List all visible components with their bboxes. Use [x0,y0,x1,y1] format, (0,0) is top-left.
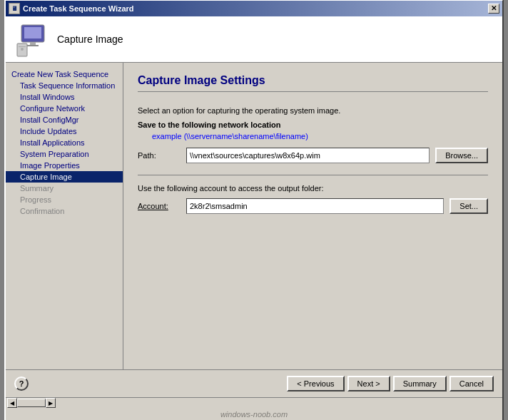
path-row: Path: Browse... [138,148,488,163]
sidebar-item-configure-network[interactable]: Configure Network [6,103,123,114]
example-label: example (\\servername\sharename\filename… [152,132,308,140]
sidebar-item-capture-image[interactable]: Capture Image [6,171,123,183]
summary-button[interactable]: Summary [393,376,447,391]
main-content: Create New Task Sequence Task Sequence I… [6,63,502,369]
watermark: windows-noob.com [6,409,502,420]
cancel-button[interactable]: Cancel [449,376,494,391]
close-button[interactable]: ✕ [488,4,499,14]
scroll-right[interactable]: ▶ [46,398,56,408]
sidebar-section-main[interactable]: Create New Task Sequence [6,68,123,80]
header-icon [16,24,47,55]
sidebar-item-task-sequence-info[interactable]: Task Sequence Information [6,80,123,91]
svg-rect-5 [19,46,26,47]
scroll-left[interactable]: ◀ [7,398,17,408]
window-icon: 🖥 [9,3,20,14]
footer: ? < Previous Next > Summary Cancel [6,369,502,397]
account-description: Use the following account to access the … [138,184,488,193]
sidebar-item-install-applications[interactable]: Install Applications [6,137,123,148]
sidebar-item-include-updates[interactable]: Include Updates [6,126,123,137]
separator [138,175,488,175]
sidebar-item-progress: Progress [6,194,123,205]
sidebar-item-install-windows[interactable]: Install Windows [6,91,123,103]
window-title: Create Task Sequence Wizard [23,4,134,13]
sidebar-item-image-properties[interactable]: Image Properties [6,160,123,171]
svg-rect-1 [24,27,41,39]
content-title: Capture Image Settings [138,74,488,92]
wizard-window: 🖥 Create Task Sequence Wizard ✕ Capture … [4,0,504,420]
header-title: Capture Image [57,34,123,45]
help-button[interactable]: ? [14,377,29,391]
sidebar: Create New Task Sequence Task Sequence I… [6,63,123,369]
scrollbar-area: ◀ ▶ [6,397,502,409]
svg-rect-2 [30,42,36,45]
account-input[interactable] [186,198,444,214]
previous-button[interactable]: < Previous [287,376,344,391]
svg-rect-3 [27,45,39,46]
account-label: Account: [138,202,181,210]
save-label: Save to the following network location [138,121,488,129]
header-area: Capture Image [6,16,502,63]
path-input[interactable] [186,148,430,163]
sidebar-item-install-configmgr[interactable]: Install ConfigMgr [6,114,123,126]
set-button[interactable]: Set... [449,198,488,214]
sidebar-item-system-preparation[interactable]: System Preparation [6,148,123,160]
scrollbar-thumb[interactable] [17,399,46,407]
example-text: example (\\servername\sharename\filename… [152,132,488,140]
next-button[interactable]: Next > [347,376,390,391]
account-row: Account: Set... [138,198,488,214]
content-area: Capture Image Settings Select an option … [123,63,502,369]
title-bar: 🖥 Create Task Sequence Wizard ✕ [6,1,502,16]
sidebar-item-confirmation: Confirmation [6,205,123,217]
svg-point-6 [21,48,24,51]
browse-button[interactable]: Browse... [435,148,488,163]
sidebar-item-summary: Summary [6,183,123,194]
path-label: Path: [138,151,181,160]
description-text: Select an option for capturing the opera… [138,106,488,115]
